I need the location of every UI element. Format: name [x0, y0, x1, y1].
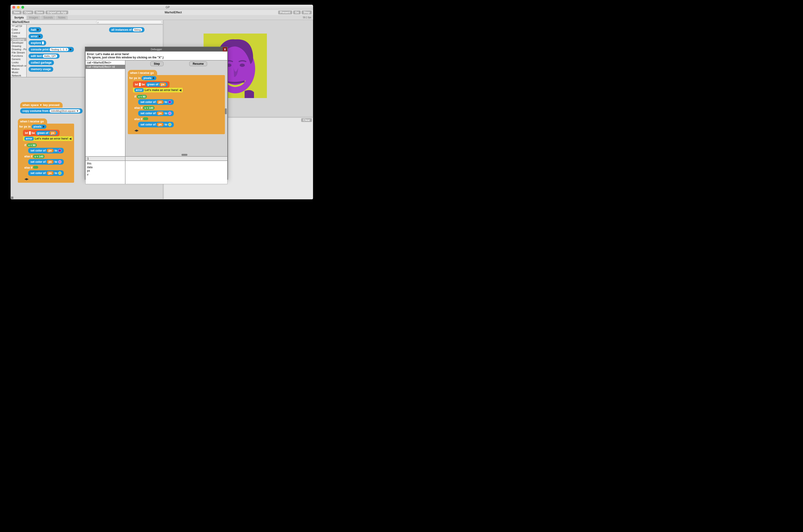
- block-set-color[interactable]: set color of px to: [138, 111, 174, 116]
- class-name-label: WarholEffect: [12, 20, 30, 24]
- category-item[interactable]: File Stream: [11, 51, 26, 54]
- stop-button[interactable]: Stop: [302, 11, 312, 14]
- debugger-window[interactable]: Debugger X Error: Let's make an error he…: [85, 47, 228, 180]
- hat-when-receive[interactable]: when I receive go: [18, 118, 47, 124]
- search-input[interactable]: ⌕: [96, 20, 162, 24]
- block-edit-text[interactable]: edit textHello, GP!: [28, 54, 60, 59]
- present-button[interactable]: Present: [278, 11, 292, 14]
- main-toolbar: New Open Save Export as App WarholEffect…: [11, 10, 313, 15]
- editor-tabs: Scripts Images Sounds Notes: [11, 15, 313, 20]
- tab-sounds[interactable]: Sounds: [41, 16, 55, 20]
- project-name: WarholEffect: [69, 11, 277, 14]
- block-set-color[interactable]: set color of px to: [138, 122, 174, 127]
- category-item[interactable]: Motion: [11, 67, 26, 71]
- class-header: WarholEffect ⌕: [11, 20, 163, 24]
- debugger-code-view[interactable]: Step Resume when I receive go for px in …: [125, 60, 228, 156]
- block-set-color[interactable]: set color of px to: [28, 148, 64, 153]
- block-console-print[interactable]: console printTesting 1, 2, 3: [28, 47, 74, 52]
- traffic-lights: [13, 6, 24, 9]
- block-copy-costume[interactable]: copy costume from JohnMugShot-square ▼: [20, 108, 82, 114]
- block-memory-usage[interactable]: memory usage: [28, 66, 53, 72]
- block-let[interactable]: let v be green of px: [23, 130, 60, 136]
- block-collect-garbage[interactable]: collect garbage: [28, 60, 54, 65]
- category-item[interactable]: Drawing: [11, 44, 26, 48]
- scrollbar-horizontal[interactable]: [181, 154, 187, 156]
- play-icon: [70, 48, 72, 51]
- category-item[interactable]: Developer: [11, 41, 26, 44]
- fps-label: 59.1 fps: [303, 16, 311, 19]
- step-button[interactable]: Step: [150, 61, 164, 66]
- category-item[interactable]: Network: [11, 74, 26, 77]
- category-item[interactable]: Looks: [11, 61, 26, 64]
- category-item[interactable]: *** HTTP: [11, 25, 26, 28]
- tab-images[interactable]: Images: [27, 16, 41, 20]
- script-main-stack[interactable]: when I receive go for px in pixels let v…: [18, 118, 74, 183]
- mac-titlebar: GP: [11, 5, 313, 10]
- category-item[interactable]: Music: [11, 71, 26, 74]
- window-title: GP: [24, 6, 311, 9]
- block-set-color[interactable]: set color of px to: [28, 159, 64, 165]
- stack-item[interactable]: call <WarholEffect> nil: [85, 65, 125, 69]
- stack-item[interactable]: call <WarholEffect>: [85, 60, 125, 65]
- block-all-instances[interactable]: all instances ofString: [109, 27, 145, 32]
- save-button[interactable]: Save: [34, 11, 44, 14]
- resize-icon[interactable]: [11, 196, 13, 199]
- category-list[interactable]: *** HTTPColorControlDataDebuggingDevelop…: [11, 24, 26, 77]
- resume-button[interactable]: Resume: [189, 61, 207, 66]
- var-item[interactable]: data: [87, 166, 123, 169]
- block-error-highlight[interactable]: error Let's make an error here! ◀: [133, 88, 183, 92]
- hat-when-receive[interactable]: when I receive go: [128, 70, 157, 76]
- block-halt[interactable]: halt: [28, 27, 41, 32]
- scrollbar-vertical[interactable]: [225, 108, 227, 114]
- block-set-color[interactable]: set color of px to: [138, 99, 174, 105]
- play-icon: [37, 28, 39, 31]
- clear-button[interactable]: Clear: [301, 118, 312, 122]
- var-item[interactable]: this: [87, 162, 123, 166]
- var-item[interactable]: px: [87, 169, 123, 173]
- tab-scripts[interactable]: Scripts: [12, 16, 26, 20]
- block-set-color[interactable]: set color of px to: [28, 170, 64, 176]
- go-button[interactable]: Go: [293, 11, 301, 14]
- debugger-close-button[interactable]: X: [223, 47, 227, 51]
- var-item[interactable]: v: [87, 173, 123, 177]
- tab-notes[interactable]: Notes: [56, 16, 68, 20]
- category-item[interactable]: Control: [11, 31, 26, 35]
- category-item[interactable]: Generic: [11, 57, 26, 61]
- export-button[interactable]: Export as App: [45, 11, 68, 14]
- svg-point-3: [240, 63, 245, 67]
- debugger-var-inspector[interactable]: [125, 161, 228, 184]
- category-item[interactable]: Macintosh only: [11, 64, 26, 67]
- category-item[interactable]: Color: [11, 28, 26, 31]
- debugger-titlebar[interactable]: Debugger X: [85, 47, 228, 51]
- block-let[interactable]: let v be green of px: [133, 81, 170, 88]
- hat-when-key[interactable]: when space ▼ key pressed: [20, 102, 63, 108]
- search-icon: ⌕: [97, 21, 99, 23]
- minimize-icon[interactable]: [17, 6, 20, 9]
- block-error-highlight[interactable]: error Let's make an error here! ◀: [23, 136, 73, 141]
- debugger-title: Debugger: [151, 48, 162, 51]
- category-item[interactable]: Functions: [11, 54, 26, 57]
- debugger-stack[interactable]: call <WarholEffect> call <WarholEffect> …: [85, 60, 125, 156]
- block-explore[interactable]: explore: [28, 40, 46, 45]
- block-error[interactable]: error: [28, 34, 43, 39]
- debugger-input[interactable]: [85, 156, 125, 161]
- debugger-vars-list[interactable]: thisdatapxv: [85, 161, 125, 184]
- debugger-error-message: Error: Let's make an error here! (To ign…: [85, 51, 228, 60]
- close-icon[interactable]: [13, 6, 15, 9]
- open-button[interactable]: Open: [22, 11, 34, 14]
- new-button[interactable]: New: [12, 11, 22, 14]
- play-icon: [39, 35, 41, 38]
- category-item[interactable]: Data: [11, 35, 26, 38]
- category-item[interactable]: Debugging: [11, 38, 26, 41]
- category-item[interactable]: Drawing - Paths: [11, 48, 26, 51]
- maximize-icon[interactable]: [21, 6, 24, 9]
